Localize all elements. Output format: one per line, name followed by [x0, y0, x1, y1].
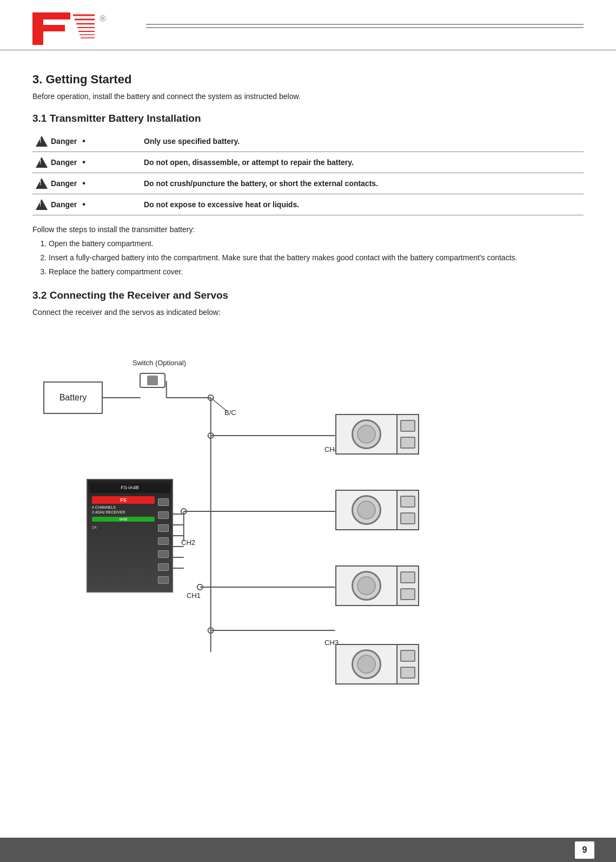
ch2-label: CH2: [181, 538, 195, 547]
battery-label: Battery: [59, 393, 87, 403]
danger-triangle-icon: !: [36, 178, 48, 189]
servo-side-box-7: [400, 650, 415, 662]
danger-row: ! Danger • Do not open, disassemble, or …: [32, 152, 584, 173]
servo-wheel-ch4: [352, 419, 381, 449]
footer: 9: [0, 838, 616, 862]
header-line-1: [146, 24, 584, 25]
bc-label: B/C: [224, 409, 236, 417]
receiver-port-7: [158, 576, 169, 584]
header-lines: [146, 24, 584, 31]
servo-side-box-4: [400, 512, 415, 524]
svg-point-20: [197, 584, 203, 590]
switch-box: [140, 373, 165, 388]
danger-row: ! Danger • Do not crush/puncture the bat…: [32, 173, 584, 194]
section31-heading: 3.1 Transmitter Battery Installation: [32, 113, 584, 124]
receiver-port-5: [158, 550, 169, 558]
servo-wheel-ch2: [352, 495, 381, 525]
danger-dot: •: [82, 157, 85, 167]
danger-table: ! Danger • Only use specified battery. !…: [32, 131, 584, 215]
danger-row: ! Danger • Only use specified battery.: [32, 131, 584, 152]
servo-wheel-inner-ch3: [357, 655, 376, 674]
danger-text: Do not crush/puncture the battery, or sh…: [144, 179, 378, 188]
servo-side-ch3: [398, 644, 419, 685]
servo-side-box-8: [400, 667, 415, 679]
servo-group-ch4: [335, 414, 419, 455]
step-item: Replace the battery compartment cover.: [49, 266, 584, 278]
servo-side-box-1: [400, 420, 415, 432]
servo-wheel-ch3: [352, 649, 381, 679]
servo-wheel-inner-ch2: [357, 501, 376, 519]
section32-intro: Connect the receiver and the servos as i…: [32, 308, 584, 317]
logo-area: ®: [27, 10, 146, 45]
danger-text: Do not expose to excessive heat or liqui…: [144, 200, 299, 209]
danger-triangle-icon: !: [36, 157, 48, 168]
section32-heading: 3.2 Connecting the Receiver and Servos: [32, 289, 584, 301]
servo-side-box-3: [400, 496, 415, 508]
servo-wheel-inner-ch1: [357, 576, 376, 595]
content: 3. Getting Started Before operation, ins…: [0, 51, 616, 744]
receiver-port-4: [158, 537, 169, 545]
danger-text: Do not open, disassemble, or attempt to …: [144, 158, 354, 167]
steps-intro: Follow the steps to install the transmit…: [32, 225, 584, 234]
battery-box: Battery: [43, 381, 103, 414]
danger-label: Danger: [51, 137, 77, 146]
servo-side-ch1: [398, 565, 419, 606]
receiver-port-2: [158, 511, 169, 519]
servo-main-ch4: [335, 414, 398, 455]
step-item: Open the battery compartment.: [49, 238, 584, 249]
danger-dot: •: [82, 200, 85, 209]
servo-side-ch4: [398, 414, 419, 455]
switch-label: Switch (Optional): [133, 359, 186, 367]
svg-point-12: [208, 395, 214, 400]
svg-marker-0: [32, 12, 70, 45]
danger-label: Danger: [51, 200, 77, 209]
danger-row: ! Danger • Do not expose to excessive he…: [32, 194, 584, 215]
danger-triangle-icon: !: [36, 136, 48, 147]
danger-dot: •: [82, 179, 85, 188]
section3-intro: Before operation, install the battery an…: [32, 92, 584, 101]
danger-label: Danger: [51, 179, 77, 188]
servo-side-box-2: [400, 437, 415, 449]
svg-point-18: [181, 509, 187, 514]
steps-list: Open the battery compartment.Insert a fu…: [49, 238, 584, 278]
servo-main-ch3: [335, 644, 398, 685]
receiver-port-6: [158, 563, 169, 571]
servo-group-ch3: [335, 644, 419, 685]
ch1-label: CH1: [187, 591, 201, 600]
servo-unit-ch2: [335, 490, 419, 530]
servo-wheel-inner-ch4: [357, 425, 376, 444]
svg-point-15: [208, 433, 214, 438]
servo-wheel-ch1: [352, 571, 381, 601]
page-wrapper: ® 3. Getting Started Before operation, i…: [0, 0, 616, 862]
header-line-2: [146, 27, 584, 28]
servo-group-ch2: [335, 490, 419, 530]
servo-group-ch1: [335, 565, 419, 606]
section3-heading: 3. Getting Started: [32, 73, 584, 87]
svg-point-22: [208, 628, 214, 633]
servo-side-box-6: [400, 588, 415, 600]
servo-unit-ch4: [335, 414, 419, 455]
servo-side-ch2: [398, 490, 419, 530]
connection-diagram: Switch (Optional) Battery B/C FS-iA4B: [32, 327, 584, 722]
fs-logo-icon: [27, 10, 97, 45]
receiver-box: FS-iA4B FS 4 CHANNELS2.4GHz RECEIVER iA4…: [87, 479, 173, 593]
servo-unit-ch3: [335, 644, 419, 685]
page-number: 9: [575, 841, 594, 859]
servo-side-box-5: [400, 571, 415, 583]
servo-main-ch1: [335, 565, 398, 606]
receiver-top-label: FS-iA4B: [92, 485, 168, 490]
danger-triangle-icon: !: [36, 199, 48, 210]
danger-label: Danger: [51, 158, 77, 167]
servo-unit-ch1: [335, 565, 419, 606]
registered-symbol: ®: [100, 14, 106, 24]
step-item: Insert a fully-charged battery into the …: [49, 252, 578, 264]
receiver-port-1: [158, 498, 169, 506]
switch-toggle: [147, 376, 158, 385]
danger-dot: •: [82, 136, 85, 146]
receiver-port-3: [158, 524, 169, 532]
header: ®: [0, 0, 616, 51]
danger-text: Only use specified battery.: [144, 137, 240, 146]
servo-main-ch2: [335, 490, 398, 530]
receiver-inner: FS-iA4B FS 4 CHANNELS2.4GHz RECEIVER iA4…: [88, 480, 172, 591]
